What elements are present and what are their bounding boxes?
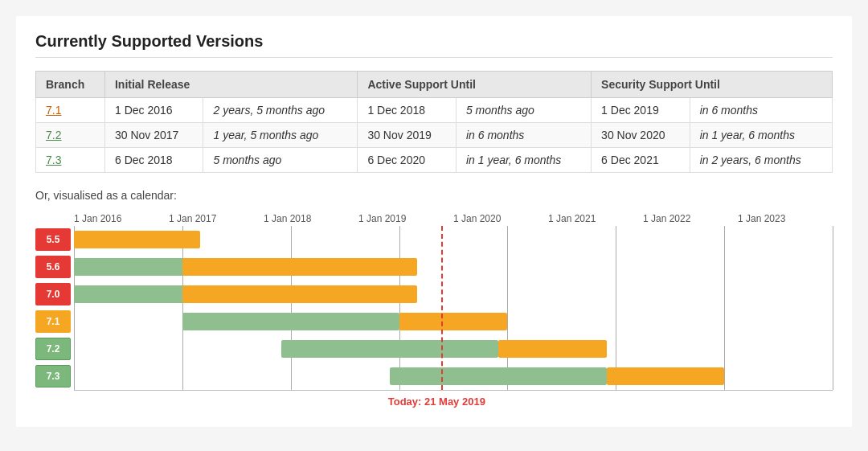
table-cell-active-date: 30 Nov 2019	[358, 123, 457, 148]
table-cell-init-date: 30 Nov 2017	[104, 123, 203, 148]
table-cell-sec-date: 6 Dec 2021	[592, 148, 690, 173]
gantt-bar	[281, 340, 498, 358]
table-cell-branch: 7.2	[36, 123, 105, 148]
col-initial: Initial Release	[104, 72, 357, 98]
gantt-row: 7.0	[74, 281, 833, 308]
axis-labels: 1 Jan 20161 Jan 20171 Jan 20181 Jan 2019…	[74, 213, 833, 224]
axis-year-label: 1 Jan 2020	[453, 213, 548, 224]
axis-year-label: 1 Jan 2017	[169, 213, 264, 224]
gantt-bar	[74, 231, 200, 248]
table-cell-sec-ago: in 1 year, 6 months	[690, 123, 832, 148]
table-cell-init-ago: 5 months ago	[203, 148, 358, 173]
axis-year-label: 1 Jan 2023	[738, 213, 833, 224]
gantt-row: 7.1	[74, 308, 833, 335]
table-cell-active-date: 1 Dec 2018	[358, 98, 457, 123]
table-cell-init-date: 1 Dec 2016	[104, 98, 203, 123]
table-cell-sec-ago: in 2 years, 6 months	[690, 148, 832, 173]
col-active: Active Support Until	[358, 72, 592, 98]
table-cell-sec-date: 30 Nov 2020	[592, 123, 690, 148]
gantt-bar	[607, 367, 724, 385]
gantt-row-label: 7.1	[35, 310, 71, 333]
page-title: Currently Supported Versions	[35, 32, 833, 58]
table-cell-sec-ago: in 6 months	[690, 98, 832, 123]
table-cell-branch: 7.1	[36, 98, 105, 123]
gantt-bar	[498, 340, 607, 358]
branch-link[interactable]: 7.1	[46, 104, 61, 117]
gantt-row-label: 5.6	[35, 256, 71, 278]
table-cell-branch: 7.3	[36, 148, 105, 173]
table-cell-active-ago: in 6 months	[456, 123, 591, 148]
gantt-row-label: 7.0	[35, 283, 71, 305]
axis-year-label: 1 Jan 2018	[264, 213, 358, 224]
table-cell-active-ago: 5 months ago	[456, 98, 591, 123]
gantt-row: 5.6	[74, 253, 833, 281]
gantt-row-label: 7.2	[35, 338, 71, 360]
versions-table: Branch Initial Release Active Support Un…	[35, 71, 833, 173]
today-label: Today: 21 May 2019	[388, 396, 485, 408]
gantt-row: 5.5	[74, 226, 833, 253]
gantt-bar	[182, 285, 417, 303]
gantt-year-line	[833, 226, 833, 390]
col-branch: Branch	[36, 72, 105, 98]
axis-year-label: 1 Jan 2019	[358, 213, 453, 224]
branch-link[interactable]: 7.2	[46, 129, 61, 141]
col-security: Security Support Until	[592, 72, 833, 98]
table-cell-init-ago: 1 year, 5 months ago	[203, 123, 358, 148]
gantt-row-label: 7.3	[35, 365, 71, 387]
table-cell-init-date: 6 Dec 2018	[104, 148, 203, 173]
axis-year-label: 1 Jan 2021	[548, 213, 643, 224]
gantt-bar	[390, 367, 607, 385]
branch-link[interactable]: 7.3	[46, 154, 61, 166]
table-cell-init-ago: 2 years, 5 months ago	[203, 98, 358, 123]
main-container: Currently Supported Versions Branch Init…	[16, 16, 852, 427]
gantt-bar	[399, 313, 508, 330]
axis-year-label: 1 Jan 2016	[74, 213, 169, 224]
calendar-label: Or, visualised as a calendar:	[35, 189, 833, 202]
table-cell-active-date: 6 Dec 2020	[358, 148, 457, 173]
gantt-area: 5.55.67.07.17.27.3	[74, 226, 833, 391]
gantt-bar	[182, 313, 399, 330]
gantt-row-label: 5.5	[35, 228, 71, 251]
gantt-bar	[182, 258, 417, 276]
axis-year-label: 1 Jan 2022	[643, 213, 738, 224]
gantt-chart: 1 Jan 20161 Jan 20171 Jan 20181 Jan 2019…	[35, 213, 833, 408]
table-cell-active-ago: in 1 year, 6 months	[456, 148, 591, 173]
table-cell-sec-date: 1 Dec 2019	[592, 98, 690, 123]
gantt-row: 7.2	[74, 335, 833, 363]
gantt-row: 7.3	[74, 363, 833, 390]
